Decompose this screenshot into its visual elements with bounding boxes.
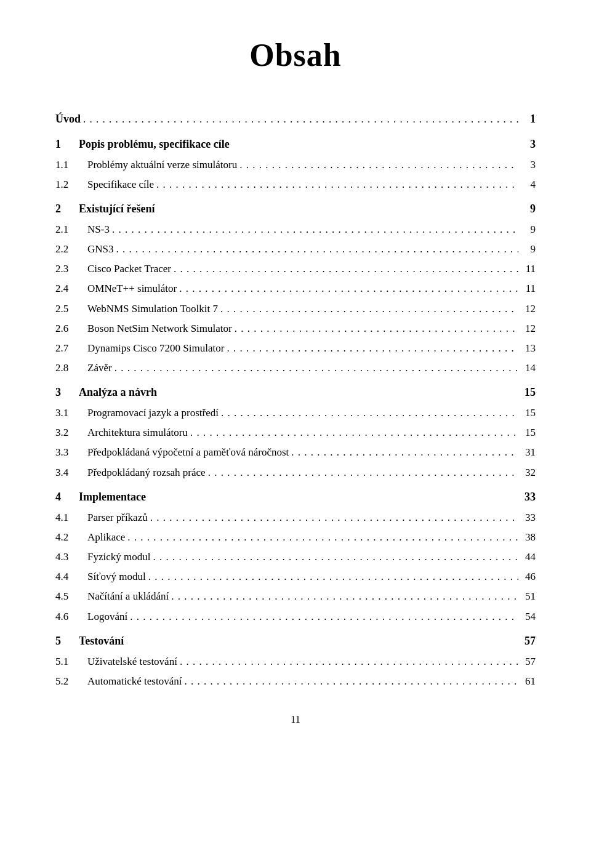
toc-entry: 2.2GNS39: [55, 241, 536, 257]
toc-sub-number: 1.2: [55, 176, 87, 193]
toc-label: Implementace: [79, 488, 146, 506]
toc-label: NS-3: [87, 221, 110, 238]
toc-dots: [291, 444, 518, 460]
toc-page: 14: [523, 360, 536, 376]
toc-dots: [221, 404, 518, 421]
toc-page: 12: [523, 320, 536, 337]
toc-entry: 3.4Předpokládaný rozsah práce32: [55, 464, 536, 481]
toc-dots: [227, 340, 518, 356]
toc-entry: 2.1NS-39: [55, 221, 536, 238]
toc-entry: 3.1Programovací jazyk a prostředí15: [55, 404, 536, 421]
toc-chapter-number: 5: [55, 632, 79, 650]
toc-entry: 2Existující řešení9: [55, 200, 536, 218]
toc-chapter-number: 4: [55, 488, 79, 506]
toc-page: 11: [523, 280, 536, 297]
toc-label: Popis problému, specifikace cíle: [79, 135, 230, 153]
toc-entry: 3.3Předpokládaná výpočetní a paměťová ná…: [55, 444, 536, 460]
toc-sub-number: 3.3: [55, 444, 87, 460]
toc-dots: [112, 221, 518, 238]
bottom-page-number: 11: [55, 714, 536, 725]
toc-dots: [156, 176, 518, 193]
toc-entry: 4.4Síťový modul46: [55, 568, 536, 585]
toc-entry: 5.2Automatické testování61: [55, 673, 536, 689]
toc-dots: [150, 509, 518, 526]
toc-label: Závěr: [87, 360, 112, 376]
toc-dots: [235, 320, 518, 337]
toc-page: 33: [523, 509, 536, 526]
toc-page: 32: [523, 464, 536, 481]
toc-sub-number: 1.1: [55, 156, 87, 173]
toc-entry: 4Implementace33: [55, 488, 536, 506]
toc-entry: 1Popis problému, specifikace cíle3: [55, 135, 536, 153]
toc-dots: [127, 529, 518, 545]
toc-entry: 2.8Závěr14: [55, 360, 536, 376]
toc-entry: 4.6Logování54: [55, 608, 536, 625]
toc-label: Parser příkazů: [87, 509, 148, 526]
toc-label: Načítání a ukládání: [87, 588, 169, 605]
toc-page: 13: [523, 340, 536, 356]
toc-sub-number: 2.4: [55, 280, 87, 297]
toc-sub-number: 2.3: [55, 260, 87, 277]
toc-sub-number: 2.5: [55, 300, 87, 317]
toc-page: 57: [523, 653, 536, 670]
toc-sub-number: 4.2: [55, 529, 87, 545]
toc-sub-number: 3.2: [55, 424, 87, 441]
toc-dots: [239, 156, 518, 173]
toc-label: Síťový modul: [87, 568, 146, 585]
toc-label: Uživatelské testování: [87, 653, 177, 670]
toc-sub-number: 5.2: [55, 673, 87, 689]
toc-page: 4: [523, 176, 536, 193]
toc-entry: 5Testování57: [55, 632, 536, 650]
toc-page: 44: [523, 549, 536, 565]
toc-page: 54: [523, 608, 536, 625]
toc-sub-number: 2.6: [55, 320, 87, 337]
toc-label: Předpokládaná výpočetní a paměťová nároč…: [87, 444, 289, 460]
toc-page: 57: [523, 632, 536, 650]
toc-sub-number: 4.1: [55, 509, 87, 526]
toc-page: 51: [523, 588, 536, 605]
toc-label: Existující řešení: [79, 200, 155, 218]
toc-label: Úvod: [55, 110, 81, 128]
toc-label: Automatické testování: [87, 673, 182, 689]
toc-page: 12: [523, 300, 536, 317]
toc-sub-number: 4.6: [55, 608, 87, 625]
toc-entry: 4.3Fyzický modul44: [55, 549, 536, 565]
toc-entry: 4.1Parser příkazů33: [55, 509, 536, 526]
toc-sub-number: 2.7: [55, 340, 87, 356]
toc-label: OMNeT++ simulátor: [87, 280, 177, 297]
toc-dots: [130, 608, 518, 625]
toc-dots: [179, 280, 518, 297]
toc-sub-number: 2.2: [55, 241, 87, 257]
toc-page: 15: [523, 384, 536, 401]
toc-label: Programovací jazyk a prostředí: [87, 404, 219, 421]
toc-page: 33: [523, 488, 536, 506]
toc-entry: 2.3Cisco Packet Tracer11: [55, 260, 536, 277]
toc-dots: [208, 464, 518, 481]
toc-dots: [174, 260, 518, 277]
toc-dots: [83, 111, 518, 127]
toc-sub-number: 3.4: [55, 464, 87, 481]
toc-entry: 1.1Problémy aktuální verze simulátoru3: [55, 156, 536, 173]
toc-label: Problémy aktuální verze simulátoru: [87, 156, 237, 173]
toc-label: Testování: [79, 632, 124, 650]
toc-page: 1: [523, 110, 536, 128]
toc-entry: 2.5WebNMS Simulation Toolkit 712: [55, 300, 536, 317]
toc-chapter-number: 1: [55, 135, 79, 153]
toc-label: Specifikace cíle: [87, 176, 154, 193]
toc-dots: [148, 568, 518, 585]
toc-entry: 1.2Specifikace cíle4: [55, 176, 536, 193]
toc-chapter-number: 3: [55, 384, 79, 401]
toc-label: Fyzický modul: [87, 549, 150, 565]
toc-page: 3: [523, 135, 536, 153]
toc-entry: 2.6Boson NetSim Network Simulator12: [55, 320, 536, 337]
toc-sub-number: 2.8: [55, 360, 87, 376]
toc-sub-number: 4.4: [55, 568, 87, 585]
toc-label: WebNMS Simulation Toolkit 7: [87, 300, 218, 317]
toc-entry: 5.1Uživatelské testování57: [55, 653, 536, 670]
toc-entry: Úvod1: [55, 110, 536, 128]
toc-dots: [190, 424, 518, 441]
toc-label: Dynamips Cisco 7200 Simulator: [87, 340, 224, 356]
toc-sub-number: 5.1: [55, 653, 87, 670]
toc-label: Aplikace: [87, 529, 125, 545]
toc-dots: [116, 241, 518, 257]
